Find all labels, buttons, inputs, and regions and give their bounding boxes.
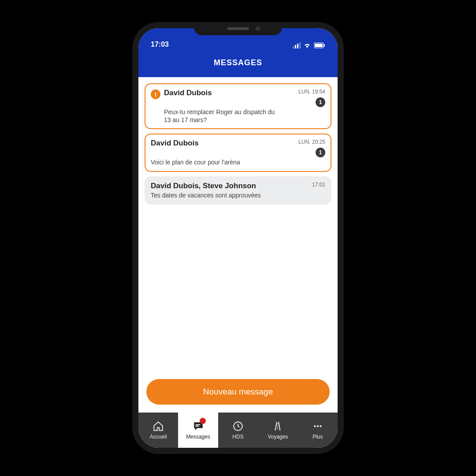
message-preview: Peux-tu remplacer Roger au dispatch du 1…: [164, 108, 279, 124]
alert-icon: !: [151, 89, 160, 99]
phone-notch: [194, 22, 282, 35]
message-time: 17:01: [312, 182, 325, 188]
message-item[interactable]: David Dubois LUN. 20:25 1 Voici le plan …: [145, 134, 331, 171]
message-time: LUN. 20:25: [298, 139, 325, 145]
new-message-button[interactable]: Nouveau message: [146, 379, 330, 405]
road-icon: [272, 420, 283, 432]
message-preview: Tes dates de vacances sont approuvées: [151, 191, 325, 199]
status-icons: [293, 42, 325, 48]
svg-point-10: [314, 425, 316, 427]
svg-rect-0: [293, 46, 294, 48]
svg-rect-5: [315, 44, 323, 47]
svg-rect-8: [195, 426, 199, 427]
tab-label: Accueil: [150, 434, 167, 440]
svg-rect-6: [324, 44, 325, 47]
tab-bar: Accueil Messages HDS Voyages Plus: [138, 413, 338, 448]
phone-frame: 17:03 MESSAGES ! David Dubois LUN. 19:54…: [132, 22, 344, 454]
message-item[interactable]: David Dubois, Steve Johnson 17:01 Tes da…: [145, 176, 331, 205]
svg-rect-1: [295, 45, 296, 48]
page-header: MESSAGES: [138, 50, 338, 77]
wifi-icon: [303, 42, 311, 48]
svg-rect-7: [195, 424, 200, 425]
message-sender: David Dubois: [151, 139, 199, 148]
svg-rect-3: [299, 42, 301, 48]
message-time: LUN. 19:54: [298, 89, 325, 95]
tab-plus[interactable]: Plus: [298, 413, 338, 448]
svg-point-12: [320, 425, 321, 427]
home-icon: [152, 420, 164, 432]
phone-screen: 17:03 MESSAGES ! David Dubois LUN. 19:54…: [138, 28, 338, 448]
tab-messages[interactable]: Messages: [178, 413, 218, 448]
notification-dot-icon: [200, 418, 206, 424]
tab-label: Plus: [312, 434, 323, 440]
svg-rect-2: [297, 44, 298, 48]
message-sender: David Dubois, Steve Johnson: [151, 182, 256, 190]
tab-hds[interactable]: HDS: [218, 413, 258, 448]
status-time: 17:03: [151, 41, 169, 48]
more-icon: [312, 420, 324, 432]
battery-icon: [314, 42, 325, 48]
tab-label: Voyages: [268, 434, 288, 440]
message-preview: Voici le plan de cour pour l'aréna: [151, 158, 325, 166]
clock-icon: [232, 420, 244, 432]
message-sender: David Dubois: [164, 89, 212, 97]
svg-point-11: [317, 425, 319, 427]
unread-badge: 1: [316, 148, 325, 157]
tab-home[interactable]: Accueil: [138, 413, 178, 448]
tab-voyages[interactable]: Voyages: [258, 413, 298, 448]
page-title: MESSAGES: [214, 58, 262, 67]
signal-icon: [293, 42, 301, 48]
message-item[interactable]: ! David Dubois LUN. 19:54 1 Peux-tu remp…: [145, 83, 331, 129]
tab-label: Messages: [186, 434, 210, 440]
unread-badge: 1: [316, 97, 325, 107]
tab-label: HDS: [232, 434, 243, 440]
messages-list: ! David Dubois LUN. 19:54 1 Peux-tu remp…: [138, 77, 338, 413]
